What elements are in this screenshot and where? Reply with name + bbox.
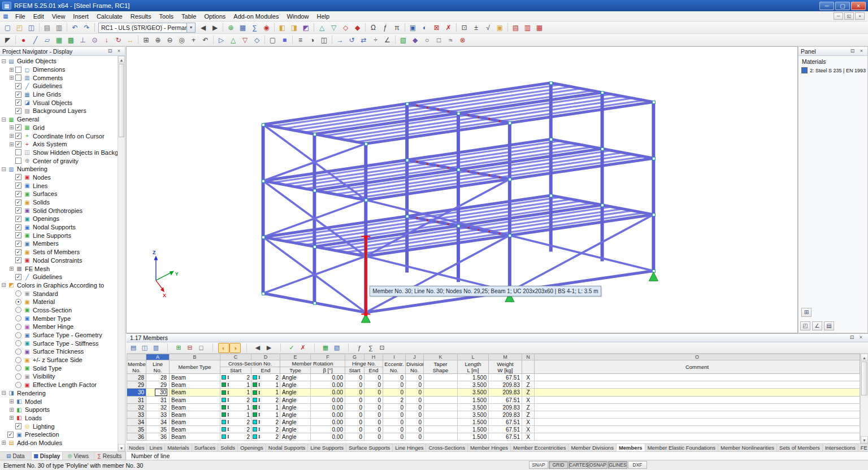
cell-comment[interactable] [535,433,860,441]
tree-checkbox[interactable]: ✓ [15,124,21,130]
column-letter[interactable]: O [535,354,860,360]
toolbar-button[interactable]: ↔ [124,34,136,45]
toolbar-button[interactable]: ▷ [215,34,227,45]
navigator-tab[interactable]: ▦ Display [32,452,63,460]
expand-icon[interactable]: ⊞ [0,439,7,446]
table-tab[interactable]: Line Supports [308,444,346,451]
tree-item[interactable]: ⊞ ◧ Supports [0,406,118,414]
cell-eccentricity[interactable]: 0 [383,411,406,419]
toolbar-button[interactable] [330,34,334,45]
cell-weight[interactable]: 67.51 [489,397,522,404]
toolbar-button[interactable]: ◤ [2,34,14,45]
cell-line-no[interactable]: 30 [146,389,170,397]
cell-length[interactable]: 3.500 [458,404,489,411]
table-tab[interactable]: Intersections [823,444,858,451]
cell-division[interactable]: 0 [406,381,424,389]
member-row[interactable]: 29 29 Beam I1 I1 Angle 0.00 0 0 0 0 [127,381,860,389]
cell-division[interactable]: 0 [406,433,424,441]
tree-checkbox[interactable] [15,158,21,164]
toolbar-button[interactable]: ╱ [29,34,41,45]
cell-length[interactable]: 3.500 [458,411,489,419]
table-toolbar-button[interactable]: ▶ [263,343,275,353]
cell-comment[interactable] [535,374,860,381]
toolbar-button[interactable]: ↺ [346,34,358,45]
cell-hinge-start[interactable]: 0 [345,404,364,411]
tree-item[interactable]: ▣ Standard [0,289,118,298]
cell-rotation-type[interactable]: Angle [280,411,311,419]
member-row[interactable]: 36 36 Beam I2 I2 Angle 0.00 0 0 0 0 [127,433,860,441]
cell-weight[interactable]: 67.51 [489,433,522,441]
member-row[interactable]: 31 31 Beam I2 I2 Angle 0.00 0 0 2 0 [127,397,860,404]
panel-tab-factors[interactable]: ∠ [812,321,822,330]
cell-axis[interactable]: Z [522,411,535,419]
member-row[interactable]: 28 28 Beam I2 I2 Angle 0.00 0 0 0 0 [127,374,860,381]
cell-eccentricity[interactable]: 0 [383,374,406,381]
menu-item[interactable]: Calculate [93,12,127,20]
toolbar-button[interactable]: ⊠ [431,22,442,33]
cell-rotation-type[interactable]: Angle [280,404,311,411]
cell-length[interactable]: 1.500 [458,374,489,381]
cell-rotation-beta[interactable]: 0.00 [311,374,345,381]
table-tab[interactable]: Members [617,444,645,451]
cell-hinge-start[interactable]: 0 [345,419,364,426]
toolbar-button[interactable] [454,22,458,33]
cell-hinge-end[interactable]: 0 [364,397,383,404]
cell-comment[interactable] [535,389,860,397]
tree-checkbox[interactable] [15,67,21,73]
member-row[interactable]: 34 34 Beam I2 I2 Angle 0.00 0 0 0 0 [127,419,860,426]
table-tab[interactable]: Solids [218,444,238,451]
cell-member-type[interactable]: Beam [170,433,220,441]
toolbar-button[interactable]: ◫ [318,34,330,45]
toolbar-button[interactable]: ÷ [370,34,381,45]
expand-icon[interactable]: ⊞ [8,74,15,81]
cell-line-no[interactable]: 28 [146,374,170,381]
status-toggle-button[interactable]: CARTES [568,461,588,469]
cell-member-type[interactable]: Beam [170,374,220,381]
table-toolbar-button[interactable]: ƒ [354,343,365,353]
tree-item[interactable]: ✓ ▣ Openings [0,215,118,223]
menu-item[interactable]: Help [313,12,334,20]
tree-item[interactable]: ✓ ▣ Line Supports [0,231,118,240]
status-toggle-button[interactable]: DXF [628,461,647,469]
table-tab[interactable]: Openings [238,444,266,451]
expand-icon[interactable]: ⊟ [0,281,7,289]
tree-checkbox[interactable]: ✓ [15,241,21,247]
cell-eccentricity[interactable]: 0 [383,389,406,397]
cell-weight[interactable]: 67.51 [489,419,522,426]
cell-comment[interactable] [535,411,860,419]
pin-icon[interactable]: ⊡ [106,48,114,55]
cell-division[interactable]: 0 [406,374,424,381]
cell-line-no[interactable]: 33 [146,411,170,419]
tree-item[interactable]: ✓ ▣ Solids [0,198,118,207]
cell-member-type[interactable]: Beam [170,411,220,419]
toolbar-button[interactable] [312,22,316,33]
cell-axis[interactable]: Z [522,381,535,389]
cell-length[interactable]: 1.500 [458,419,489,426]
toolbar-button[interactable]: ◆ [351,22,363,33]
toolbar-button[interactable]: ◫ [25,22,37,33]
navigator-tab[interactable]: ◎ Views [63,452,94,460]
tree-checkbox[interactable]: ✓ [7,432,14,438]
toolbar-button[interactable]: ◆ [409,34,421,45]
toolbar-button[interactable] [211,34,215,45]
toolbar-button[interactable]: ◇ [251,34,263,45]
table-tab[interactable]: Member Hinges [468,444,511,451]
tree-item[interactable]: ▣ Cross-Section [0,306,118,315]
cell-member-no[interactable]: 32 [127,404,146,411]
table-tab[interactable]: Nodal Supports [266,444,308,451]
menu-item[interactable]: Options [200,12,229,20]
cell-hinge-start[interactable]: 0 [345,389,364,397]
toolbar-button[interactable]: ◧ [276,22,288,33]
tree-item[interactable]: ✓ ╱ Guidelines [0,273,118,281]
toolbar-button[interactable] [272,22,276,33]
tree-checkbox[interactable]: ✓ [15,174,21,180]
tree-item[interactable]: ▣ Surface Type - Geometry [0,331,118,340]
member-row[interactable]: 30 30 Beam I1 I1 Angle 0.00 0 0 0 0 [127,389,860,397]
toolbar-button[interactable]: ◑ [306,34,318,45]
toolbar-button[interactable]: ○ [421,34,433,45]
tree-checkbox[interactable] [15,315,21,321]
cell-weight[interactable]: 209.83 [489,389,522,397]
scroll-up-icon[interactable]: ▲ [118,56,125,63]
cell-member-no[interactable]: 28 [127,374,146,381]
cell-weight[interactable]: 67.51 [489,426,522,433]
